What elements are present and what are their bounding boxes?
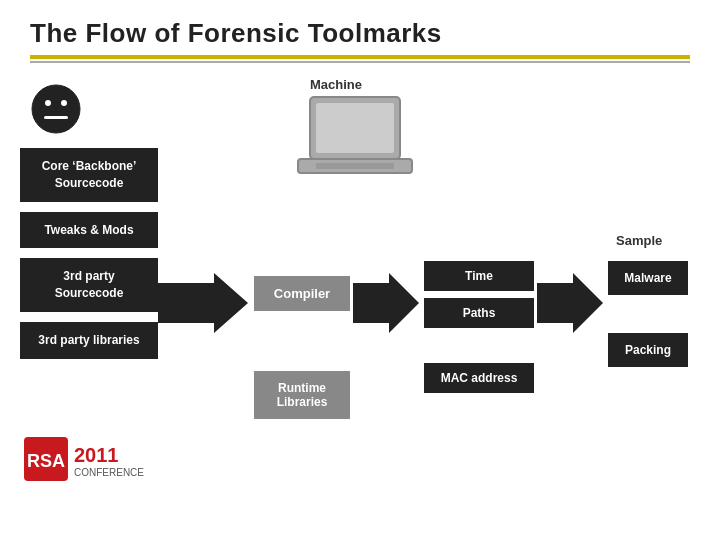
rsa-text-block: 2011 CONFERENCE	[74, 444, 144, 479]
svg-rect-7	[316, 163, 394, 169]
backbone-box: Core ‘Backbone’ Sourcecode	[20, 148, 158, 202]
malware-box: Malware	[608, 261, 688, 295]
arrow3	[537, 273, 603, 337]
mac-address-box: MAC address	[424, 363, 534, 393]
svg-point-0	[32, 85, 80, 133]
svg-marker-8	[158, 273, 248, 333]
rsa-year: 2011	[74, 444, 119, 466]
svg-point-2	[61, 100, 67, 106]
yellow-divider	[30, 55, 690, 59]
paths-box: Paths	[424, 298, 534, 328]
svg-rect-5	[316, 103, 394, 153]
third-party-lib-box: 3rd party libraries	[20, 322, 158, 359]
time-box: Time	[424, 261, 534, 291]
arrow2	[353, 273, 419, 337]
arrow1	[158, 273, 248, 337]
left-column: Core ‘Backbone’ Sourcecode Tweaks & Mods…	[20, 148, 158, 359]
compiler-box: Compiler	[254, 276, 350, 311]
svg-text:RSA: RSA	[27, 451, 65, 471]
rsa-conference: CONFERENCE	[74, 467, 144, 479]
laptop-icon	[290, 93, 420, 187]
rsa-logo-emblem: RSA	[24, 437, 68, 485]
third-party-source-box: 3rd party Sourcecode	[20, 258, 158, 312]
tweaks-box: Tweaks & Mods	[20, 212, 158, 249]
sample-label: Sample	[616, 233, 662, 248]
svg-marker-9	[353, 273, 419, 333]
rsa-logo: RSA 2011 CONFERENCE	[24, 437, 144, 485]
main-content: Machine Core ‘Backbone’ Sourcecode Tweak…	[0, 63, 720, 493]
svg-point-1	[45, 100, 51, 106]
page-header: The Flow of Forensic Toolmarks	[0, 0, 720, 63]
svg-marker-10	[537, 273, 603, 333]
packing-box: Packing	[608, 333, 688, 367]
page-title: The Flow of Forensic Toolmarks	[30, 18, 690, 49]
runtime-box: Runtime Libraries	[254, 371, 350, 419]
machine-label: Machine	[310, 77, 362, 92]
smiley-icon	[30, 83, 82, 135]
svg-rect-3	[44, 116, 68, 119]
